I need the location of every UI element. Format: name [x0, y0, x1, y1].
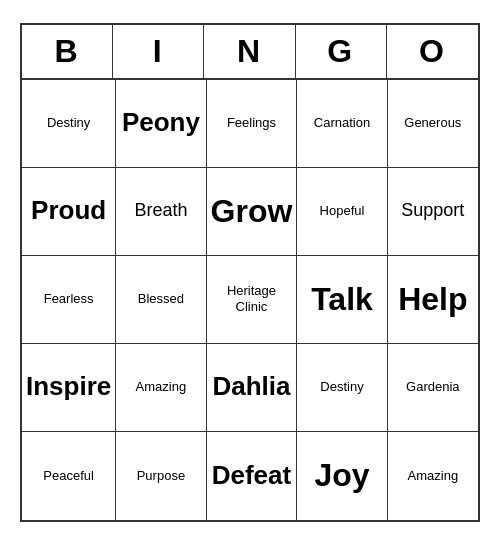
- bingo-cell: Carnation: [297, 80, 387, 168]
- cell-text: Feelings: [227, 115, 276, 131]
- cell-text: Peaceful: [43, 468, 94, 484]
- cell-text: Gardenia: [406, 379, 459, 395]
- cell-text: Inspire: [26, 371, 111, 402]
- bingo-cell: Fearless: [22, 256, 116, 344]
- bingo-cell: Joy: [297, 432, 387, 520]
- cell-text: Proud: [31, 195, 106, 226]
- bingo-cell: Destiny: [22, 80, 116, 168]
- cell-text: HeritageClinic: [227, 283, 276, 314]
- bingo-cell: Proud: [22, 168, 116, 256]
- cell-text: Carnation: [314, 115, 370, 131]
- bingo-cell: Defeat: [207, 432, 298, 520]
- cell-text: Fearless: [44, 291, 94, 307]
- cell-text: Support: [401, 200, 464, 222]
- cell-text: Purpose: [137, 468, 185, 484]
- bingo-cell: Purpose: [116, 432, 206, 520]
- bingo-cell: Support: [388, 168, 478, 256]
- cell-text: Destiny: [47, 115, 90, 131]
- bingo-cell: Generous: [388, 80, 478, 168]
- cell-text: Talk: [311, 280, 373, 318]
- bingo-card: BINGO DestinyPeonyFeelingsCarnationGener…: [20, 23, 480, 522]
- header-letter: O: [387, 25, 478, 78]
- bingo-cell: Amazing: [116, 344, 206, 432]
- bingo-cell: Gardenia: [388, 344, 478, 432]
- cell-text: Blessed: [138, 291, 184, 307]
- bingo-cell: Peony: [116, 80, 206, 168]
- header-letter: B: [22, 25, 113, 78]
- cell-text: Defeat: [212, 460, 291, 491]
- bingo-cell: Inspire: [22, 344, 116, 432]
- header-letter: G: [296, 25, 387, 78]
- bingo-cell: Amazing: [388, 432, 478, 520]
- bingo-grid: DestinyPeonyFeelingsCarnationGenerousPro…: [22, 80, 478, 520]
- cell-text: Destiny: [320, 379, 363, 395]
- header-letter: I: [113, 25, 204, 78]
- bingo-cell: Blessed: [116, 256, 206, 344]
- cell-text: Amazing: [408, 468, 459, 484]
- bingo-header: BINGO: [22, 25, 478, 80]
- cell-text: Breath: [134, 200, 187, 222]
- cell-text: Dahlia: [212, 371, 290, 402]
- cell-text: Joy: [314, 456, 369, 494]
- bingo-cell: Hopeful: [297, 168, 387, 256]
- bingo-cell: Peaceful: [22, 432, 116, 520]
- cell-text: Hopeful: [320, 203, 365, 219]
- bingo-cell: HeritageClinic: [207, 256, 298, 344]
- cell-text: Generous: [404, 115, 461, 131]
- bingo-cell: Feelings: [207, 80, 298, 168]
- header-letter: N: [204, 25, 295, 78]
- bingo-cell: Grow: [207, 168, 298, 256]
- cell-text: Help: [398, 280, 467, 318]
- cell-text: Amazing: [136, 379, 187, 395]
- bingo-cell: Breath: [116, 168, 206, 256]
- cell-text: Peony: [122, 107, 200, 138]
- bingo-cell: Dahlia: [207, 344, 298, 432]
- bingo-cell: Talk: [297, 256, 387, 344]
- cell-text: Grow: [211, 192, 293, 230]
- bingo-cell: Help: [388, 256, 478, 344]
- bingo-cell: Destiny: [297, 344, 387, 432]
